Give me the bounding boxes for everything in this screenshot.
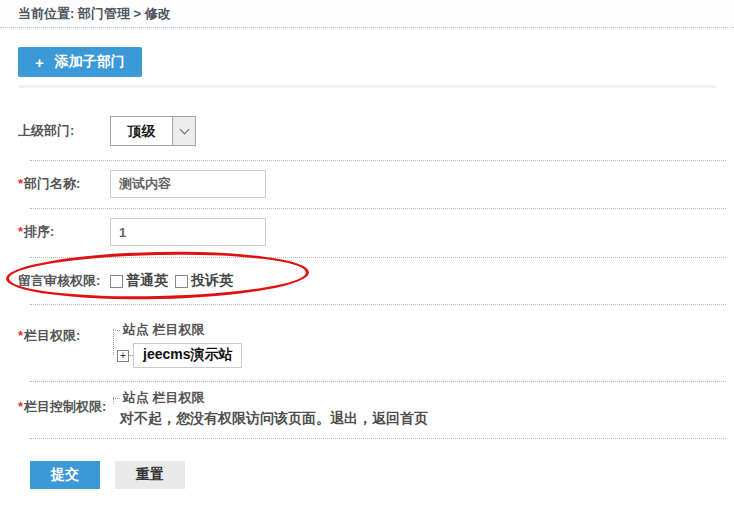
- form-row-sort: *排序:: [0, 209, 734, 257]
- checkbox-label: 普通英: [126, 272, 168, 290]
- required-asterisk: *: [18, 176, 23, 191]
- form-row-msg-audit: 留言审核权限: 普通英 投诉英: [0, 258, 734, 304]
- add-sub-department-button[interactable]: + 添加子部门: [18, 47, 142, 77]
- parent-dept-selected-value: 顶级: [111, 117, 172, 145]
- logout-link[interactable]: 退出: [330, 410, 358, 426]
- checkbox-icon[interactable]: [175, 275, 188, 288]
- column-perm-label: *栏目权限:: [18, 321, 110, 345]
- tree-root-label: 站点 栏目权限: [120, 389, 428, 407]
- dept-name-label: *部门名称:: [18, 175, 110, 193]
- form-row-dept-name: *部门名称:: [0, 161, 734, 208]
- tree-root-label: 站点 栏目权限: [120, 321, 242, 339]
- comma-separator: ，: [358, 410, 372, 426]
- form-actions: 提交 重置: [30, 461, 734, 489]
- permission-error-message: 对不起，您没有权限访问该页面。退出，返回首页: [120, 410, 428, 428]
- form-row-parent-dept: 上级部门: 顶级: [0, 88, 734, 160]
- error-text: 对不起，您没有权限访问该页面。: [120, 410, 330, 426]
- breadcrumb: 当前位置: 部门管理 > 修改: [0, 0, 734, 28]
- parent-dept-label: 上级部门:: [18, 122, 110, 140]
- dept-name-input[interactable]: [110, 170, 266, 198]
- checkbox-label: 投诉英: [191, 272, 233, 290]
- tree-line: [113, 329, 114, 355]
- checkbox-option-tousuying[interactable]: 投诉英: [175, 272, 233, 290]
- checkbox-option-putongying[interactable]: 普通英: [110, 272, 168, 290]
- form-row-column-ctrl-perm: *栏目控制权限: 站点 栏目权限 对不起，您没有权限访问该页面。退出，返回首页: [0, 382, 734, 438]
- submit-button[interactable]: 提交: [30, 461, 100, 489]
- chevron-down-icon[interactable]: [172, 117, 195, 145]
- tree-line: [113, 397, 114, 404]
- row-separator: [30, 438, 726, 439]
- reset-button[interactable]: 重置: [115, 461, 185, 489]
- sort-input[interactable]: [110, 218, 266, 246]
- add-sub-department-label: 添加子部门: [55, 53, 125, 71]
- tree-expand-icon[interactable]: +: [117, 350, 129, 362]
- home-link[interactable]: 返回首页: [372, 410, 428, 426]
- required-asterisk: *: [18, 224, 23, 239]
- plus-icon: +: [35, 54, 44, 71]
- column-ctrl-perm-label: *栏目控制权限:: [18, 389, 110, 416]
- checkbox-icon[interactable]: [110, 275, 123, 288]
- sort-label: *排序:: [18, 223, 110, 241]
- required-asterisk: *: [18, 399, 23, 414]
- required-asterisk: *: [18, 328, 23, 343]
- column-ctrl-perm-tree: 站点 栏目权限 对不起，您没有权限访问该页面。退出，返回首页: [110, 389, 428, 428]
- parent-dept-select[interactable]: 顶级: [110, 116, 196, 146]
- column-perm-tree: 站点 栏目权限 + jeecms演示站: [110, 321, 242, 368]
- msg-audit-label: 留言审核权限:: [18, 272, 110, 290]
- tree-node-jeecms: + jeecms演示站: [117, 343, 242, 368]
- form-row-column-perm: *栏目权限: 站点 栏目权限 + jeecms演示站: [0, 305, 734, 381]
- tree-node-label[interactable]: jeecms演示站: [133, 343, 242, 368]
- msg-audit-checkbox-group: 普通英 投诉英: [110, 272, 240, 290]
